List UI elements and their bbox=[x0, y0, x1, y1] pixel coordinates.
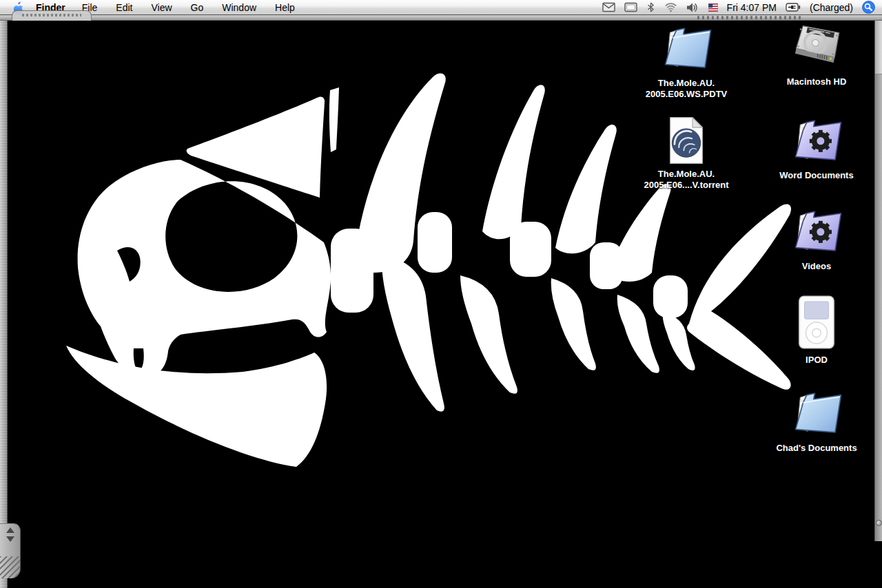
menu-bar: Finder File Edit View Go Window Help bbox=[0, 0, 882, 15]
icon-label: Macintosh HD bbox=[787, 76, 847, 87]
scrollbar-knob[interactable] bbox=[876, 520, 882, 526]
menu-view[interactable]: View bbox=[151, 2, 172, 13]
background-window-tab[interactable] bbox=[12, 10, 92, 21]
blue-folder-icon bbox=[786, 387, 847, 439]
icon-label: Videos bbox=[802, 261, 831, 272]
menu-go[interactable]: Go bbox=[191, 2, 204, 13]
battery-icon[interactable] bbox=[786, 3, 801, 12]
menu-window[interactable]: Window bbox=[222, 2, 256, 13]
fish-vertebra bbox=[653, 275, 688, 318]
icon-label: Word Documents bbox=[779, 170, 853, 181]
icon-label: The.Mole.AU. bbox=[658, 169, 715, 180]
volume-icon[interactable] bbox=[686, 2, 699, 13]
us-flag-icon[interactable] bbox=[708, 3, 718, 12]
fish-fin-sliver bbox=[329, 87, 339, 152]
mail-icon[interactable] bbox=[602, 2, 615, 12]
scroll-up-arrow-icon[interactable] bbox=[6, 527, 14, 533]
torrent-file-icon bbox=[664, 116, 708, 165]
tab-tiny-text bbox=[22, 14, 81, 17]
window-resize-grip[interactable] bbox=[0, 556, 20, 578]
desktop-icon-word-documents[interactable]: Word Documents bbox=[778, 114, 855, 181]
background-window-right-top-segment bbox=[875, 21, 882, 74]
scroll-down-arrow-icon[interactable] bbox=[6, 536, 14, 542]
fish-vertebra bbox=[418, 212, 452, 273]
battery-status-label: (Charged) bbox=[810, 2, 853, 13]
fish-dorsal-spine bbox=[555, 125, 617, 253]
background-window-text-peek bbox=[697, 16, 801, 19]
smart-folder-icon bbox=[786, 114, 847, 167]
background-window-left-edge[interactable] bbox=[0, 21, 8, 588]
blue-folder-icon bbox=[656, 22, 717, 74]
fish-rib bbox=[551, 278, 596, 370]
mac-desktop-screen: Finder File Edit View Go Window Help bbox=[0, 0, 882, 588]
fish-lower-jaw bbox=[66, 346, 327, 467]
menu-edit[interactable]: Edit bbox=[116, 2, 132, 13]
background-window-right-edge[interactable] bbox=[874, 21, 882, 541]
desktop-icon-mole-folder[interactable]: The.Mole.AU. 2005.E06.WS.PDTV bbox=[648, 22, 725, 100]
menu-bar-status-area: Fri 4:07 PM (Charged) bbox=[602, 1, 882, 14]
desktop-icon-chads-documents[interactable]: Chad's Documents bbox=[778, 387, 855, 454]
brushed-metal-texture bbox=[0, 21, 7, 588]
icon-label: 2005.E06.WS.PDTV bbox=[646, 89, 728, 100]
wifi-icon[interactable] bbox=[664, 2, 677, 12]
ipod-icon bbox=[797, 295, 837, 351]
gear-icon bbox=[810, 130, 832, 152]
fish-rib bbox=[617, 295, 659, 373]
icon-label: 2005.E06....V.torrent bbox=[644, 180, 728, 191]
spotlight-icon[interactable] bbox=[862, 1, 875, 14]
icon-label: IPOD bbox=[806, 355, 828, 366]
fish-tail bbox=[687, 204, 791, 389]
icon-label: The.Mole.AU. bbox=[658, 78, 715, 89]
bluetooth-icon[interactable] bbox=[646, 1, 655, 13]
display-icon[interactable] bbox=[624, 2, 637, 12]
hard-drive-icon bbox=[788, 21, 845, 73]
desktop-icon-videos[interactable]: Videos bbox=[778, 205, 855, 272]
desktop-icon-macintosh-hd[interactable]: Macintosh HD bbox=[778, 21, 855, 87]
fish-dorsal-spine bbox=[608, 184, 671, 282]
gear-icon bbox=[810, 221, 832, 243]
fish-dorsal-spine bbox=[482, 85, 545, 239]
desktop-icon-ipod[interactable]: IPOD bbox=[778, 295, 855, 366]
menu-list: File Edit View Go Window Help bbox=[82, 2, 295, 13]
desktop-icon-mole-torrent[interactable]: The.Mole.AU. 2005.E06....V.torrent bbox=[648, 116, 725, 191]
icon-label: Chad's Documents bbox=[776, 443, 857, 454]
desktop: The.Mole.AU. 2005.E06.WS.PDTV bbox=[0, 15, 882, 588]
menu-help[interactable]: Help bbox=[275, 2, 295, 13]
fish-rib bbox=[460, 275, 517, 394]
pirate-fish-skeleton-wallpaper bbox=[0, 15, 882, 588]
background-window-corner[interactable] bbox=[0, 523, 21, 578]
fish-rib bbox=[382, 255, 444, 412]
smart-folder-icon bbox=[786, 205, 847, 258]
fish-skull bbox=[78, 160, 331, 375]
menu-bar-clock[interactable]: Fri 4:07 PM bbox=[727, 2, 777, 13]
